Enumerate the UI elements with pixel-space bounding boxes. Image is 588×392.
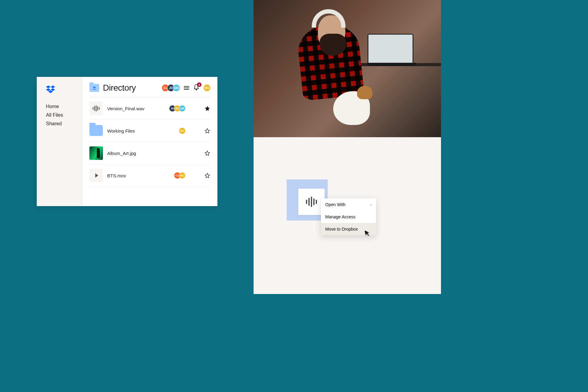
file-collaborators: WJ	[179, 127, 186, 134]
sidebar-item-shared[interactable]: Shared	[46, 121, 83, 126]
dropbox-logo-icon	[46, 85, 55, 93]
sidebar-nav: HomeAll FilesShared	[46, 104, 83, 126]
shared-folder-icon	[89, 84, 99, 92]
collaborator-avatar[interactable]: WJ	[179, 172, 186, 179]
folder-thumbnail-icon	[89, 125, 103, 136]
file-collaborators: JCWJEM	[169, 105, 186, 112]
context-menu-label: Move to Dropbox	[325, 227, 358, 232]
page-header: Directory CLJCEM 3 WJ	[89, 83, 211, 97]
context-menu-panel: Open With›Manage AccessMove to Dropbox	[254, 137, 441, 294]
file-name: Version_Final.wav	[107, 106, 169, 111]
file-name: Album_Art.jpg	[107, 151, 186, 156]
image-thumbnail-icon	[89, 146, 103, 160]
notification-badge: 3	[197, 82, 202, 87]
file-name: BTS.mov	[107, 173, 174, 178]
star-button[interactable]	[204, 150, 211, 156]
context-menu-item[interactable]: Manage Access	[321, 211, 376, 223]
chevron-right-icon: ›	[370, 202, 372, 207]
file-row[interactable]: Working FilesWJ	[89, 120, 211, 142]
star-button[interactable]	[204, 127, 211, 134]
list-menu-icon[interactable]	[184, 86, 189, 90]
file-row[interactable]: Version_Final.wavJCWJEM	[89, 97, 211, 120]
main-content: Directory CLJCEM 3 WJ Version_Final.wavJ…	[83, 77, 217, 206]
context-menu-label: Manage Access	[325, 214, 356, 219]
file-browser-window: HomeAll FilesShared Directory CLJCEM 3 W…	[37, 77, 217, 206]
svg-point-0	[93, 87, 94, 88]
file-row[interactable]: Album_Art.jpg	[89, 142, 211, 164]
context-menu-label: Open With	[325, 202, 345, 207]
collaborator-avatar[interactable]: EM	[173, 84, 180, 92]
context-menu-item[interactable]: Open With›	[321, 198, 376, 211]
sidebar-item-home[interactable]: Home	[46, 104, 83, 109]
sidebar: HomeAll FilesShared	[37, 77, 83, 206]
collaborator-avatar[interactable]: WJ	[179, 127, 186, 134]
sidebar-item-all-files[interactable]: All Files	[46, 112, 83, 118]
file-name: Working Files	[107, 128, 179, 134]
lifestyle-photo	[254, 0, 441, 137]
waveform-icon	[305, 197, 318, 207]
user-avatar[interactable]: WJ	[203, 84, 211, 92]
file-list: Version_Final.wavJCWJEMWorking FilesWJAl…	[89, 97, 211, 187]
page-title: Directory	[103, 83, 162, 93]
star-button[interactable]	[204, 105, 211, 112]
video-thumbnail-icon	[89, 169, 103, 182]
notifications-button[interactable]: 3	[194, 84, 199, 92]
file-collaborators: CLWJ	[174, 172, 186, 179]
file-row[interactable]: BTS.movCLWJ	[89, 164, 211, 187]
collaborator-avatar[interactable]: EM	[179, 105, 186, 112]
collaborator-avatars[interactable]: CLJCEM	[162, 84, 180, 92]
svg-point-1	[94, 87, 96, 88]
star-button[interactable]	[204, 172, 211, 179]
audio-thumbnail-icon	[89, 102, 103, 115]
